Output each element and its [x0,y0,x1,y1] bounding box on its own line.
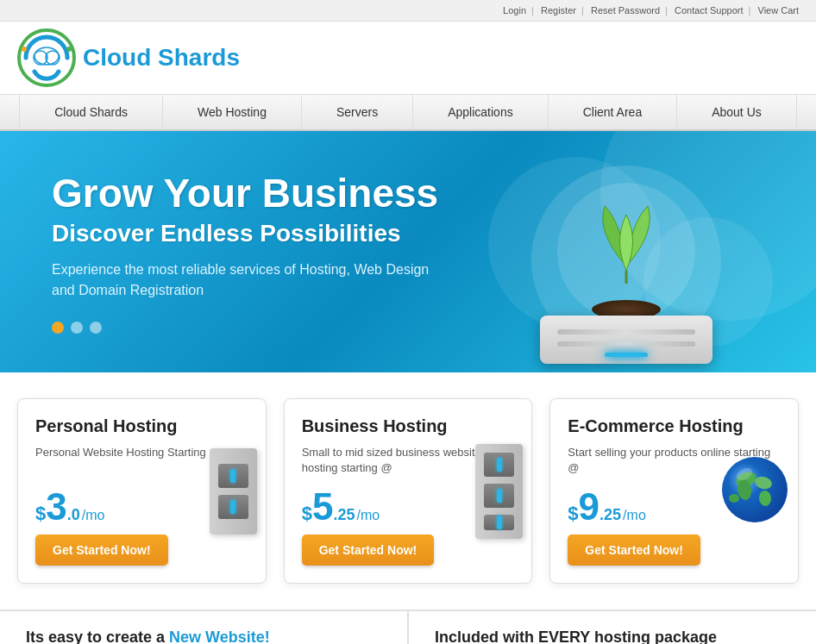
svg-point-7 [22,47,27,52]
bottom-right-title-static: Included with [435,628,538,644]
svg-point-15 [729,494,739,503]
nav-client-area[interactable]: Client Area [549,95,677,129]
hero-dot-1[interactable] [52,322,64,334]
nav-applications[interactable]: Applications [413,95,549,129]
nav-cloud-shards[interactable]: Cloud Shards [19,95,163,129]
personal-price-cents: .0 [67,506,80,524]
contact-support-link[interactable]: Contact Support [675,5,744,16]
navigation: Cloud Shards Web Hosting Servers Applica… [0,95,816,131]
bottom-right-title-end: hosting package [594,628,717,644]
nav-about-us[interactable]: About Us [677,95,797,129]
bottom-left: Its easy to create a New Website! Follow… [0,611,409,644]
personal-get-started-button[interactable]: Get Started Now! [35,535,168,566]
personal-price-dollar: $ [35,503,46,525]
logo-text: Cloud Shards [83,44,240,72]
separator: | [531,5,537,16]
bottom-right: Included with EVERY hosting package cPan… [409,611,816,644]
svg-point-10 [722,457,788,522]
business-price-dollar: $ [302,503,312,525]
separator: | [749,5,754,16]
business-hosting-title: Business Hosting [302,416,515,436]
bottom-left-title: Its easy to create a New Website! [26,628,381,644]
ecommerce-price-amount: 9 [579,488,599,526]
personal-price-amount: 3 [46,488,66,526]
business-server-image [475,444,523,539]
nav-servers[interactable]: Servers [302,95,413,129]
ecommerce-price-cents: .25 [599,506,621,524]
ecommerce-price-dollar: $ [568,503,578,525]
hero-dot-3[interactable] [90,322,102,334]
logo-icon [17,28,76,87]
nav-web-hosting[interactable]: Web Hosting [163,95,302,129]
svg-point-8 [66,47,72,52]
bottom-right-title: Included with EVERY hosting package [435,628,790,644]
business-get-started-button[interactable]: Get Started Now! [302,535,435,566]
separator: | [581,5,587,16]
top-bar: Login | Register | Reset Password | Cont… [0,0,816,22]
business-price-amount: 5 [312,488,333,526]
bottom-right-every: EVERY [538,628,590,644]
pricing-section: Personal Hosting Personal Website Hostin… [0,372,816,610]
login-link[interactable]: Login [503,5,526,16]
personal-server-image [210,448,257,535]
view-cart-link[interactable]: View Cart [758,5,799,16]
pricing-card-business: Business Hosting Small to mid sized busi… [284,398,533,584]
plant-leaves [579,197,674,304]
reset-password-link[interactable]: Reset Password [591,5,660,16]
personal-price-mo: /mo [82,508,105,523]
ecommerce-get-started-button[interactable]: Get Started Now! [568,535,700,566]
personal-hosting-title: Personal Hosting [35,416,248,436]
hero-banner: Grow Your Business Discover Endless Poss… [0,131,816,372]
separator: | [665,5,670,16]
ecommerce-globe-image [720,455,789,528]
bottom-title-highlight: New Website! [169,628,270,644]
logo-area[interactable]: Cloud Shards [17,28,240,87]
business-price-cents: .25 [333,506,355,524]
hero-description: Experience the most reliable services of… [52,259,431,301]
ecommerce-hosting-title: E-Commerce Hosting [568,416,781,436]
hero-dot-2[interactable] [71,322,83,334]
bottom-title-static: Its easy to create a [26,628,169,644]
server-box [540,316,712,364]
bottom-section: Its easy to create a New Website! Follow… [0,610,816,644]
register-link[interactable]: Register [541,5,576,16]
pricing-card-ecommerce: E-Commerce Hosting Start selling your pr… [549,398,799,584]
ecommerce-price-mo: /mo [623,508,646,523]
pricing-card-personal: Personal Hosting Personal Website Hostin… [17,398,267,584]
business-price-mo: /mo [356,508,380,523]
header: Cloud Shards [0,22,816,95]
